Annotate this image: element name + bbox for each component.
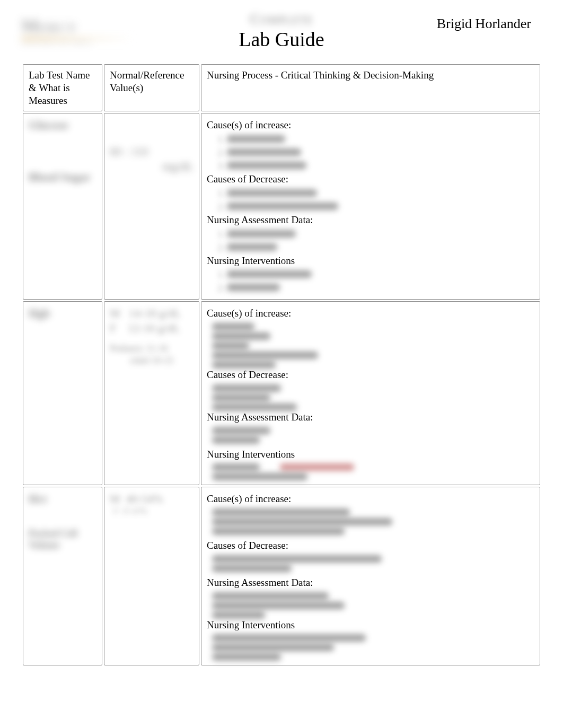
logo: Mercy COLLEGE OF OHIO	[21, 16, 143, 53]
cell-test: Hgb	[23, 301, 102, 485]
page-header: Mercy COLLEGE OF OHIO Complete Lab Guide…	[21, 11, 542, 58]
label-assessment: Nursing Assessment Data:	[207, 576, 534, 589]
cell-process: Cause(s) of increase: Causes of Decrease…	[201, 487, 540, 665]
col-header-values: Normal/Reference Value(s)	[104, 64, 199, 111]
label-increase: Cause(s) of increase:	[207, 307, 534, 320]
col-header-process: Nursing Process - Critical Thinking & De…	[201, 64, 540, 111]
cell-values: 60 - 110 mg/dL	[104, 113, 199, 300]
label-interventions: Nursing Interventions	[207, 448, 534, 461]
table-row: Glucose Blood Sugar 60 - 110 mg/dL Cause…	[23, 113, 540, 300]
cell-process: Cause(s) of increase: 1. 2. 3. Causes of…	[201, 113, 540, 300]
page-root: Mercy COLLEGE OF OHIO Complete Lab Guide…	[0, 0, 563, 688]
cell-test: Glucose Blood Sugar	[23, 113, 102, 300]
col-header-test: Lab Test Name & What is Measures	[23, 64, 102, 111]
label-assessment: Nursing Assessment Data:	[207, 214, 534, 226]
cell-test: Hct Packed CellVolume	[23, 487, 102, 665]
table-row: Hct Packed CellVolume M 40-54% F 37-47% …	[23, 487, 540, 665]
label-interventions: Nursing Interventions	[207, 255, 534, 267]
cell-values: M 14-18 g/dL F 12-16 g/dL Pediatric 11-1…	[104, 301, 199, 485]
cell-values: M 40-54% F 37-47%	[104, 487, 199, 665]
lab-table: Lab Test Name & What is Measures Normal/…	[21, 63, 542, 667]
label-increase: Cause(s) of increase:	[207, 119, 534, 131]
label-assessment: Nursing Assessment Data:	[207, 411, 534, 424]
author-name: Brigid Horlander	[437, 16, 531, 32]
category-label: Complete	[239, 11, 324, 28]
page-title: Lab Guide	[239, 28, 324, 51]
label-decrease: Causes of Decrease:	[207, 369, 534, 381]
label-increase: Cause(s) of increase:	[207, 493, 534, 505]
label-interventions: Nursing Interventions	[207, 619, 534, 631]
table-header-row: Lab Test Name & What is Measures Normal/…	[23, 64, 540, 111]
title-block: Complete Lab Guide	[239, 11, 324, 51]
label-decrease: Causes of Decrease:	[207, 173, 534, 186]
table-row: Hgb M 14-18 g/dL F 12-16 g/dL Pediatric …	[23, 301, 540, 485]
cell-process: Cause(s) of increase: Causes of Decrease…	[201, 301, 540, 485]
label-decrease: Causes of Decrease:	[207, 539, 534, 552]
